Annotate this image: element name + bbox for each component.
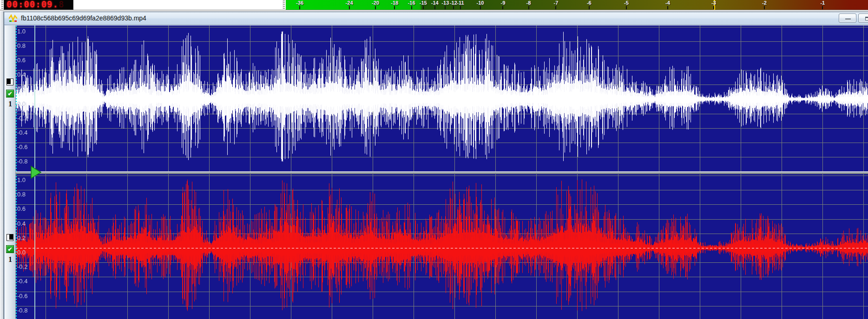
window-titlebar[interactable]: fb1108c568b695c69d69fa2e8869d93b.mp4 ×	[4, 12, 868, 25]
meter-db-label: -6	[587, 0, 592, 6]
meter-tick	[480, 6, 481, 9]
meter-grip-handle[interactable]	[283, 0, 285, 9]
amplitude-scale-label: 0.8	[17, 42, 26, 49]
amplitude-scale-label: -0.2	[17, 263, 27, 270]
channel1-waveform-canvas[interactable]	[16, 26, 868, 171]
amplitude-scale-label: 0.8	[17, 191, 26, 198]
minimize-icon	[845, 19, 851, 20]
meter-tick	[394, 6, 395, 9]
meter-tick	[589, 6, 590, 9]
meter-tick	[434, 6, 435, 9]
meter-tick	[713, 6, 714, 9]
meter-db-label: -7	[554, 0, 559, 6]
meter-db-label: -9	[500, 0, 505, 6]
waveform-area[interactable]: 1.00.80.60.40.20.0-0.2-0.4-0.6-0.81.00.8…	[16, 26, 868, 319]
amplitude-scale-label: 0.6	[17, 205, 26, 212]
meter-db-label: -20	[372, 0, 379, 6]
toolbar-separator	[0, 10, 868, 11]
amplitude-scale-label: 0.4	[17, 220, 26, 227]
toolbar-grip-handle[interactable]	[1, 0, 3, 9]
amplitude-scale-label: -0.8	[17, 307, 27, 314]
meter-tick	[626, 6, 627, 9]
restore-icon	[865, 17, 868, 20]
amplitude-scale-label: 0.0	[17, 249, 26, 256]
window-title: fb1108c568b695c69d69fa2e8869d93b.mp4	[21, 14, 146, 22]
meter-db-label: -11	[457, 0, 464, 6]
amplitude-scale-label: -0.6	[17, 293, 27, 299]
meter-tick	[528, 6, 529, 9]
meter-db-label: -5	[624, 0, 629, 6]
meter-tick	[411, 6, 412, 9]
meter-db-label: -15	[420, 0, 427, 6]
meter-db-label: -14	[431, 0, 439, 6]
meter-tick	[764, 6, 765, 9]
channel2-waveform-canvas[interactable]	[16, 174, 868, 319]
meter-tick	[667, 6, 668, 9]
meter-db-label: -24	[346, 0, 353, 6]
amplitude-scale-label: 1.0	[17, 176, 26, 183]
meter-db-label: -4	[665, 0, 670, 6]
channel1-number: 1	[5, 100, 16, 108]
amplitude-scale-label: -0.6	[17, 143, 27, 150]
meter-db-label: -12	[450, 0, 457, 6]
goldwave-icon	[8, 14, 18, 23]
amplitude-scale-label: 0.2	[17, 234, 26, 241]
meter-tick	[460, 6, 461, 9]
meter-db-label: -36	[296, 0, 303, 6]
minimize-button[interactable]	[839, 13, 856, 23]
meter-tick	[423, 6, 424, 9]
meter-db-label: -8	[526, 0, 531, 6]
channel2-enable-checkbox[interactable]: ✔	[6, 245, 14, 253]
top-toolbar: 88:88:88.8 00:00:09. -36-24-20-18-16-15-…	[0, 0, 868, 10]
channel1-enable-checkbox[interactable]: ✔	[6, 90, 14, 98]
meter-db-label: -16	[408, 0, 415, 6]
amplitude-scale-label: -0.4	[17, 278, 27, 285]
play-position-marker[interactable]	[31, 166, 42, 179]
sound-window: fb1108c568b695c69d69fa2e8869d93b.mp4 × ✔…	[4, 12, 868, 319]
level-meter: -36-24-20-18-16-15-14-13-12-11-10-9-8-7-…	[286, 0, 868, 10]
amplitude-scale-label: 1.0	[17, 28, 26, 35]
meter-tick	[822, 6, 823, 9]
left-dock-edge	[0, 11, 4, 319]
amplitude-scale-label: 0.4	[17, 71, 26, 78]
waveform-client-area: ✔ 1 ✔ 1 1.00.80.60.40.20.0-0.2-0.4-0.6-0…	[5, 26, 868, 319]
channel-control-strip: ✔ 1 ✔ 1	[5, 26, 16, 319]
meter-tick	[445, 6, 446, 9]
amplitude-scale-label: -0.2	[17, 115, 27, 122]
restore-button[interactable]	[858, 13, 868, 23]
time-display: 88:88:88.8 00:00:09.	[4, 0, 73, 10]
pan-left-fill	[7, 79, 11, 84]
meter-db-label: -3	[711, 0, 716, 6]
amplitude-scale-label: 0.0	[17, 100, 26, 107]
meter-db-label: -2	[762, 0, 767, 6]
channel-divider[interactable]	[16, 171, 868, 174]
meter-tick	[375, 6, 376, 9]
lcd-time-value: 00:00:09.	[7, 0, 59, 9]
pan-right-fill	[9, 234, 13, 240]
amplitude-scale-label: 0.6	[17, 57, 26, 64]
meter-tick	[453, 6, 454, 9]
amplitude-scale-label: 0.2	[17, 85, 26, 92]
meter-db-label: -18	[391, 0, 398, 6]
meter-db-label: -1	[820, 0, 825, 6]
channel2-pan-icon[interactable]	[7, 234, 13, 241]
meter-tick	[555, 6, 556, 9]
meter-tick	[502, 6, 503, 9]
meter-db-label: -13	[441, 0, 449, 6]
meter-tick	[299, 6, 300, 9]
amplitude-scale-label: -0.8	[17, 158, 27, 165]
channel2-number: 1	[5, 255, 16, 264]
meter-db-label: -10	[477, 0, 484, 6]
channel1-pan-icon[interactable]	[7, 78, 13, 85]
amplitude-scale-label: -0.4	[17, 129, 27, 136]
meter-tick	[349, 6, 350, 9]
